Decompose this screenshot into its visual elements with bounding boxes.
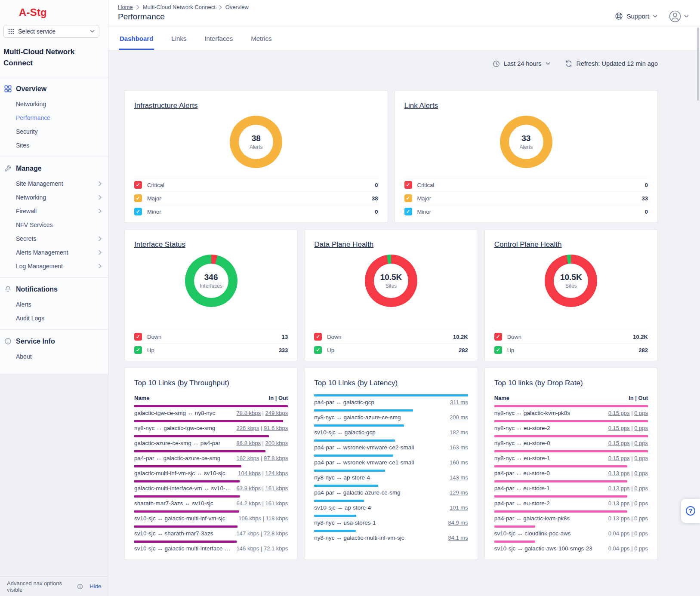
help-button[interactable]: ? [681,499,700,523]
hide-nav-link[interactable]: Hide [89,583,101,590]
support-menu[interactable]: Support [615,12,657,20]
card-title-link[interactable]: Interface Status [134,240,185,249]
out-value-link[interactable]: 0 pps [634,500,648,507]
sidebar-section-header-service-info[interactable]: Service Info [0,332,108,350]
out-value-link[interactable]: 72.1 kbps [264,545,288,552]
tab-links[interactable]: Links [170,26,187,50]
legend-checkbox[interactable]: ✓ [134,181,142,189]
sidebar-section-header-overview[interactable]: Overview [0,80,108,97]
in-value-link[interactable]: 86.8 kbps [237,440,261,446]
sidebar-section-header-manage[interactable]: Manage [0,160,108,177]
select-service-dropdown[interactable]: Select service [3,25,99,38]
out-value-link[interactable]: 0 pps [634,425,648,431]
card-title-link[interactable]: Top 10 links (by Drop Rate) [494,379,583,387]
out-value-link[interactable]: 0 pps [634,515,648,522]
in-value-link[interactable]: 106 kbps [238,515,261,522]
in-value-link[interactable]: 0.15 pps [608,455,630,461]
scrollbar-thumb[interactable] [697,28,699,101]
out-value-link[interactable]: 249 kbps [265,410,288,416]
value-link[interactable]: 84.9 ms [448,519,468,526]
legend-checkbox[interactable]: ✓ [134,346,142,354]
value-link[interactable]: 84.1 ms [448,535,468,541]
out-value-link[interactable]: 0 pps [634,440,648,446]
sidebar-item-security[interactable]: Security [0,125,108,138]
sidebar-item-alerts-management[interactable]: Alerts Management [0,246,108,259]
legend-checkbox[interactable]: ✓ [314,346,322,354]
in-value-link[interactable]: 147 kbps [237,530,259,537]
out-value-link[interactable]: 91.6 kbps [264,425,288,431]
out-value-link[interactable]: 0 pps [634,470,648,476]
value-link[interactable]: 200 ms [450,414,468,421]
in-value-link[interactable]: 78.8 kbps [237,410,261,416]
tab-metrics[interactable]: Metrics [250,26,272,50]
card-title-link[interactable]: Infrastructure Alerts [134,101,197,110]
value-link[interactable]: 311 ms [450,399,468,406]
in-value-link[interactable]: 104 kbps [238,470,261,476]
in-value-link[interactable]: 63.9 kbps [237,485,261,492]
in-value-link[interactable]: 0.04 pps [608,530,630,537]
legend-checkbox[interactable]: ✓ [134,194,142,202]
out-value-link[interactable]: 0 pps [634,530,648,537]
card-title-link[interactable]: Top 10 Links (by Latency) [314,379,398,387]
legend-checkbox[interactable]: ✓ [314,333,322,341]
legend-checkbox[interactable]: ✓ [134,333,142,341]
value-link[interactable]: 101 ms [450,504,468,511]
out-value-link[interactable]: 72.8 kbps [264,530,288,537]
out-value-link[interactable]: 0 pps [634,545,648,552]
legend-checkbox[interactable]: ✓ [404,208,412,215]
user-menu[interactable] [669,10,689,23]
sidebar-item-firewall[interactable]: Firewall [0,204,108,218]
out-value-link[interactable]: 200 kbps [265,440,288,446]
value-link[interactable]: 160 ms [450,459,468,466]
sidebar-item-log-management[interactable]: Log Management [0,259,108,273]
sidebar-item-audit-logs[interactable]: Audit Logs [0,311,108,325]
tab-dashboard[interactable]: Dashboard [119,26,154,50]
out-value-link[interactable]: 161 kbps [265,485,288,492]
legend-checkbox[interactable]: ✓ [404,194,412,202]
legend-checkbox[interactable]: ✓ [134,208,142,215]
time-range-picker[interactable]: Last 24 hours [493,60,550,68]
card-title-link[interactable]: Top 10 Links (by Throughput) [134,379,229,387]
out-value-link[interactable]: 161 kbps [265,500,288,507]
legend-checkbox[interactable]: ✓ [404,181,412,189]
out-value-link[interactable]: 0 pps [634,485,648,492]
out-value-link[interactable]: 97.8 kbps [264,455,288,461]
sidebar-item-networking[interactable]: Networking [0,97,108,111]
tab-interfaces[interactable]: Interfaces [204,26,234,50]
value-link[interactable]: 182 ms [450,429,468,436]
in-value-link[interactable]: 0.13 pps [608,515,630,522]
in-value-link[interactable]: 0.15 pps [608,425,630,431]
in-value-link[interactable]: 226 kbps [237,425,259,431]
value-link[interactable]: 129 ms [450,489,468,496]
sidebar-item-site-management[interactable]: Site Management [0,177,108,190]
out-value-link[interactable]: 0 pps [634,455,648,461]
sidebar-item-sites[interactable]: Sites [0,138,108,152]
sidebar-item-networking[interactable]: Networking [0,190,108,204]
in-value-link[interactable]: 182 kbps [237,455,259,461]
card-title-link[interactable]: Data Plane Health [314,240,373,249]
in-value-link[interactable]: 0.15 pps [608,440,630,446]
card-title-link[interactable]: Link Alerts [404,101,438,110]
sidebar-item-nfv-services[interactable]: NFV Services [0,218,108,232]
in-value-link[interactable]: 0.13 pps [608,485,630,492]
sidebar-section-header-notifications[interactable]: Notifications [0,280,108,298]
out-value-link[interactable]: 124 kbps [265,470,288,476]
value-link[interactable]: 163 ms [450,444,468,451]
value-link[interactable]: 143 ms [450,474,468,481]
in-value-link[interactable]: 0.04 pps [608,545,630,552]
sidebar-item-secrets[interactable]: Secrets [0,232,108,246]
sidebar-item-performance[interactable]: Performance [0,111,108,125]
card-title-link[interactable]: Control Plane Health [494,240,562,249]
breadcrumb-item[interactable]: Home [118,4,133,10]
sidebar-item-about[interactable]: About [0,350,108,363]
sidebar-item-alerts[interactable]: Alerts [0,298,108,311]
in-value-link[interactable]: 64.2 kbps [237,500,261,507]
in-value-link[interactable]: 0.15 pps [608,410,630,416]
in-value-link[interactable]: 0.13 pps [608,500,630,507]
out-value-link[interactable]: 0 pps [634,410,648,416]
refresh-button[interactable]: Refresh: Updated 12 min ago [565,60,658,68]
legend-checkbox[interactable]: ✓ [494,346,502,354]
in-value-link[interactable]: 146 kbps [237,545,259,552]
legend-checkbox[interactable]: ✓ [494,333,502,341]
in-value-link[interactable]: 0.13 pps [608,470,630,476]
